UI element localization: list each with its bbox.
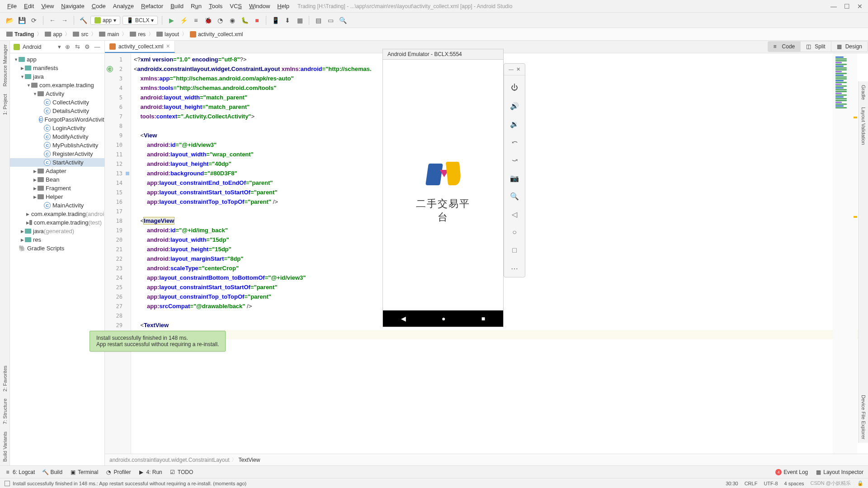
tree-row[interactable]: CModifyActivity — [10, 132, 104, 141]
debug-icon[interactable]: 🐞 — [203, 15, 213, 25]
running-devices-icon[interactable]: ▭ — [326, 15, 335, 25]
emu-close-icon[interactable]: ✕ — [516, 66, 520, 72]
breadcrumb-item[interactable]: res — [128, 30, 147, 38]
breadcrumb-item[interactable]: src — [71, 30, 90, 38]
volume-down-icon[interactable]: 🔉 — [509, 118, 520, 130]
strip-project[interactable]: 1: Project — [2, 90, 8, 118]
menu-view[interactable]: View — [38, 1, 57, 11]
tree-arrow-icon[interactable]: ▶ — [33, 169, 38, 174]
menu-analyze[interactable]: Analyze — [109, 1, 137, 11]
tool-event-log[interactable]: 4Event Log — [775, 469, 808, 475]
tool-logcat[interactable]: ≡6: Logcat — [5, 469, 35, 475]
strip-device-explorer[interactable]: Device File Explorer — [861, 391, 866, 443]
tree-arrow-icon[interactable]: ▶ — [20, 66, 25, 70]
editor-tab-active[interactable]: activity_collect.xml ✕ — [105, 41, 175, 53]
project-tree[interactable]: ▼app▶manifests▼java▼com.example.trading▼… — [10, 53, 104, 465]
gear-icon[interactable]: ⚙ — [84, 43, 91, 51]
tree-row[interactable]: ▶Helper — [10, 192, 104, 201]
strip-layout-validation[interactable]: Layout Validation — [861, 103, 866, 149]
menu-vcs[interactable]: VCS — [226, 1, 245, 11]
status-line-separator[interactable]: CRLF — [745, 481, 758, 486]
tree-arrow-icon[interactable]: ▶ — [33, 186, 38, 191]
status-indent[interactable]: 4 spaces — [784, 481, 804, 486]
tree-row[interactable]: 🐘Gradle Scripts — [10, 244, 104, 253]
camera-icon[interactable]: 📷 — [509, 172, 520, 184]
gutter-marker-icon[interactable] — [126, 172, 129, 175]
tree-row[interactable]: CMyPublishActivity — [10, 141, 104, 150]
rotate-right-icon[interactable]: ⤻ — [509, 154, 520, 166]
forward-icon[interactable]: → — [60, 15, 70, 25]
project-structure-icon[interactable]: ▤ — [313, 15, 323, 25]
view-mode-split[interactable]: ◫Split — [801, 42, 831, 52]
emulator-title[interactable]: Android Emulator - BCLX:5554 — [382, 49, 504, 60]
tree-row[interactable]: ▶java (generated) — [10, 227, 104, 235]
tree-arrow-icon[interactable]: ▶ — [26, 212, 29, 216]
menu-window[interactable]: Window — [245, 1, 274, 11]
coverage-icon[interactable]: ≡ — [191, 15, 201, 25]
menu-code[interactable]: Code — [88, 1, 109, 11]
close-tab-icon[interactable]: ✕ — [166, 43, 170, 49]
window-maximize-icon[interactable]: ☐ — [844, 3, 850, 10]
tree-arrow-icon[interactable]: ▶ — [20, 229, 25, 234]
menu-navigate[interactable]: Navigate — [57, 1, 88, 11]
menu-help[interactable]: Help — [274, 1, 293, 11]
tool-run[interactable]: ▶4: Run — [138, 469, 162, 475]
open-icon[interactable]: 📂 — [5, 15, 14, 25]
emulator-screen[interactable]: 二手交易平台 ◀ ● ■ — [382, 60, 504, 327]
tree-row[interactable]: ▶res — [10, 235, 104, 244]
tool-build[interactable]: 🔨Build — [42, 469, 62, 475]
strip-build-variants[interactable]: Build Variants — [2, 428, 8, 465]
tree-arrow-icon[interactable]: ▼ — [26, 83, 31, 88]
device-selector[interactable]: 📱 BCLX ▾ — [123, 16, 158, 25]
attach-debugger-icon[interactable]: 🐛 — [240, 15, 250, 25]
breadcrumb-tag[interactable]: androidx.constraintlayout.widget.Constra… — [109, 457, 230, 463]
nav-home-icon[interactable]: ● — [442, 315, 445, 322]
run-icon[interactable]: ▶ — [166, 15, 176, 25]
tree-row[interactable]: CForgotPassWordActivity — [10, 115, 104, 124]
tree-row[interactable]: ▼com.example.trading — [10, 81, 104, 89]
menu-edit[interactable]: Edit — [20, 1, 38, 11]
tree-row[interactable]: ▶manifests — [10, 64, 104, 72]
search-everywhere-icon[interactable]: 🔍 — [338, 15, 348, 25]
menu-tools[interactable]: Tools — [205, 1, 226, 11]
breadcrumb-item[interactable]: activity_collect.xml — [188, 30, 245, 38]
tree-arrow-icon[interactable]: ▼ — [20, 75, 25, 79]
tree-row[interactable]: ▼Activity — [10, 89, 104, 98]
home-icon[interactable]: ○ — [509, 226, 520, 238]
nav-recent-icon[interactable]: ■ — [481, 315, 485, 322]
make-project-icon[interactable]: 🔨 — [78, 15, 88, 25]
breadcrumb-item[interactable]: app — [43, 30, 64, 38]
stop-icon[interactable]: ■ — [252, 15, 262, 25]
collapse-icon[interactable]: ⇆ — [74, 43, 81, 51]
status-square-icon[interactable] — [5, 481, 10, 486]
tree-row[interactable]: ▼app — [10, 55, 104, 64]
status-lock-icon[interactable]: 🔒 — [857, 480, 863, 486]
strip-favorites[interactable]: 2: Favorites — [2, 362, 8, 395]
minimap[interactable] — [833, 53, 857, 454]
tree-row[interactable]: ▶Fragment — [10, 184, 104, 192]
menu-refactor[interactable]: Refactor — [137, 1, 167, 11]
status-cursor-position[interactable]: 30:30 — [726, 481, 738, 486]
volume-up-icon[interactable]: 🔊 — [509, 100, 520, 112]
more-icon[interactable]: ⋯ — [509, 263, 520, 274]
tree-arrow-icon[interactable]: ▶ — [26, 221, 29, 225]
gutter-class-icon[interactable]: C — [107, 66, 113, 72]
strip-structure[interactable]: 7: Structure — [2, 395, 8, 428]
tree-row[interactable]: CStartActivity — [10, 158, 104, 167]
menu-run[interactable]: Run — [187, 1, 205, 11]
view-mode-design[interactable]: ▦Design — [831, 42, 868, 52]
tree-row[interactable]: CDetailsActivity — [10, 107, 104, 115]
tree-row[interactable]: ▶Bean — [10, 175, 104, 184]
tool-layout-inspector[interactable]: ▦Layout Inspector — [815, 469, 863, 475]
sync-icon[interactable]: ⟳ — [29, 15, 39, 25]
editor-gutter[interactable]: 1C23456789101112131415161718192021222324… — [105, 53, 131, 454]
breadcrumb-item[interactable]: main — [97, 30, 121, 38]
strip-resource-manager[interactable]: Resource Manager — [2, 41, 8, 90]
sdk-manager-icon[interactable]: ⬇ — [283, 15, 292, 25]
back-icon[interactable]: ← — [47, 15, 57, 25]
back-icon[interactable]: ◁ — [509, 208, 520, 220]
tool-profiler[interactable]: ◔Profiler — [105, 469, 131, 475]
menu-build[interactable]: Build — [167, 1, 187, 11]
tree-row[interactable]: ▶com.example.trading (test) — [10, 218, 104, 227]
tree-row[interactable]: ▶Adapter — [10, 167, 104, 175]
